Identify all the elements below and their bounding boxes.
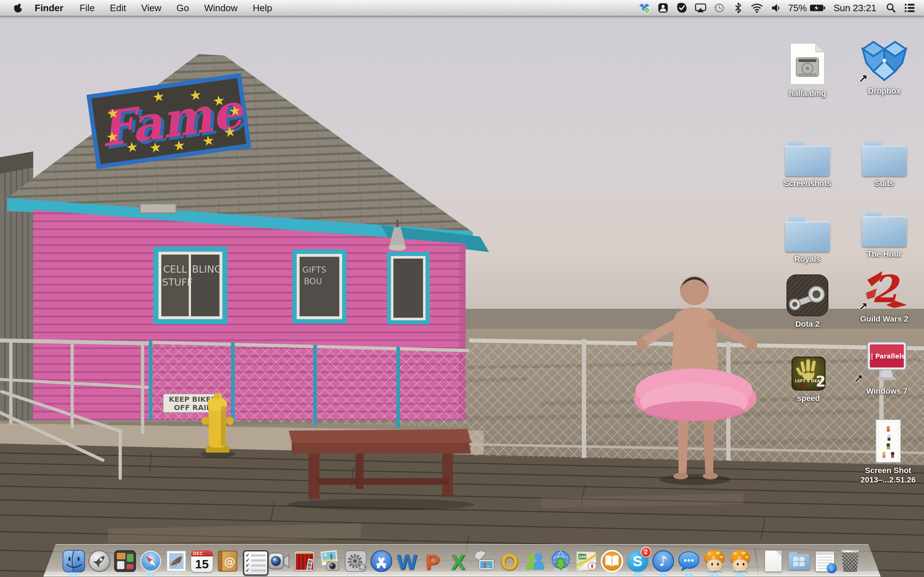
svg-text:★: ★ bbox=[212, 92, 226, 109]
svg-text:★: ★ bbox=[106, 105, 120, 122]
ibooks-icon bbox=[601, 550, 624, 573]
desktop-icon-label: Screenshots bbox=[777, 179, 838, 188]
svg-text:★: ★ bbox=[228, 102, 242, 119]
word-icon: W bbox=[396, 550, 419, 573]
dock-launchpad[interactable] bbox=[88, 550, 111, 573]
desktop-icon-dota2[interactable]: Dota 2 bbox=[777, 272, 838, 329]
dock-divider bbox=[754, 548, 759, 573]
running-indicator bbox=[635, 574, 641, 576]
dock-contacts[interactable]: @ bbox=[216, 550, 239, 573]
desktop[interactable]: Fame Fame ★★★ ★★★ ★★★ ★★ CELL STUFF BL bbox=[0, 16, 924, 577]
menu-view[interactable]: View bbox=[134, 0, 169, 16]
menu-window[interactable]: Window bbox=[197, 0, 245, 16]
wifi-icon[interactable] bbox=[749, 0, 765, 16]
desktop-icon-suits[interactable]: Suits bbox=[854, 132, 915, 188]
dock-mail[interactable] bbox=[165, 550, 188, 573]
dock-dashboard[interactable] bbox=[114, 550, 137, 573]
desktop-icon-the-hour[interactable]: The Hour bbox=[854, 203, 915, 259]
apple-menu[interactable] bbox=[11, 3, 25, 13]
menu-edit[interactable]: Edit bbox=[102, 0, 134, 16]
desktop-icon-windows7[interactable]: || Parallels ↗ Windows 7 bbox=[856, 340, 918, 396]
dock-skype[interactable]: S 2 bbox=[626, 550, 649, 573]
dock-powerpoint[interactable]: P bbox=[421, 550, 444, 573]
maplestory-label: MapleStory bbox=[703, 569, 726, 572]
dock-documents-stack[interactable] bbox=[762, 550, 785, 573]
dock-messages[interactable] bbox=[677, 550, 701, 573]
dropbox-icon bbox=[861, 40, 908, 84]
dock-messenger[interactable] bbox=[524, 550, 547, 573]
desktop-icon-screenshot-file[interactable]: Screen Shot 2013–...2.51.26 bbox=[858, 419, 918, 485]
rail-sign-line2: OFF RAIL bbox=[174, 403, 211, 412]
steam-icon bbox=[786, 274, 829, 317]
dropbox-status-icon[interactable] bbox=[636, 0, 652, 16]
itunes-mini-icon: ♪ bbox=[827, 563, 837, 574]
dock-itunes[interactable]: ♪ bbox=[652, 550, 675, 573]
shop-window-2: GIFTS BOU bbox=[292, 250, 347, 324]
svg-text:★: ★ bbox=[188, 87, 203, 104]
folder-icon bbox=[862, 212, 907, 247]
volume-icon[interactable] bbox=[768, 0, 783, 16]
dock-calendar[interactable]: DEC 15 bbox=[191, 550, 214, 573]
dock-maplestory-2[interactable]: MapleStory bbox=[729, 550, 752, 573]
alias-arrow-icon: ↗ bbox=[859, 300, 868, 312]
spotlight-icon[interactable] bbox=[883, 0, 899, 16]
desktop-icon-label: Dropbox bbox=[854, 87, 915, 96]
photo-booth-icon bbox=[293, 550, 316, 573]
dock-windows-folder[interactable] bbox=[788, 550, 811, 573]
gw2-number: 2 bbox=[872, 268, 901, 311]
desktop-icon-dropbox[interactable]: ↗ Dropbox bbox=[854, 40, 915, 96]
itunes-icon: ♪ bbox=[652, 550, 675, 573]
excel-icon: X bbox=[447, 550, 470, 573]
dock-outlook[interactable]: O bbox=[498, 550, 521, 573]
checkmark-status-icon[interactable] bbox=[674, 0, 690, 16]
menu-clock[interactable]: Sun 23:21 bbox=[830, 3, 880, 14]
battery-indicator[interactable]: 75% bbox=[787, 3, 827, 14]
dock-system-preferences[interactable] bbox=[344, 550, 367, 573]
mail-stamp-icon bbox=[165, 550, 188, 573]
windows-folder-icon bbox=[789, 552, 809, 570]
desktop-icon-speed[interactable]: LEFT 4 DEAD 2 speed bbox=[780, 347, 837, 403]
dock-photo-booth[interactable] bbox=[293, 550, 316, 573]
dock-remote-desktop[interactable] bbox=[472, 550, 496, 573]
dock-maplestory[interactable]: MapleStory bbox=[703, 550, 726, 573]
messages-icon bbox=[677, 550, 701, 573]
desktop-icon-screenshots[interactable]: Screenshots bbox=[777, 132, 838, 188]
dock-iphoto[interactable] bbox=[319, 550, 342, 573]
menu-file[interactable]: File bbox=[72, 0, 102, 16]
bluetooth-icon[interactable] bbox=[730, 0, 746, 16]
battery-percent: 75% bbox=[788, 3, 807, 14]
iphoto-icon bbox=[319, 550, 342, 573]
dock-ibooks[interactable] bbox=[601, 550, 624, 573]
dock-maps[interactable]: 280 bbox=[575, 550, 598, 573]
dock-trash[interactable] bbox=[839, 550, 862, 573]
svg-text:★: ★ bbox=[125, 139, 139, 156]
desktop-icon-guild-wars-2[interactable]: 2 ↗ Guild Wars 2 bbox=[854, 268, 915, 324]
menu-app-name[interactable]: Finder bbox=[25, 0, 72, 16]
desktop-icon-halla-dmg[interactable]: halla.dmg bbox=[777, 42, 838, 98]
dock-reminders[interactable]: ✓ ✓ ✓ ✓ bbox=[242, 550, 265, 573]
skype-badge: 2 bbox=[641, 547, 651, 558]
svg-text:★: ★ bbox=[105, 128, 120, 145]
window-text-gifts: GIFTS bbox=[302, 265, 326, 274]
dock-download-manager[interactable] bbox=[549, 550, 572, 573]
running-indicator bbox=[711, 574, 718, 576]
dock-safari[interactable] bbox=[139, 550, 162, 573]
time-machine-icon[interactable] bbox=[711, 0, 727, 16]
desktop-icon-royals[interactable]: Royals bbox=[777, 208, 838, 264]
notification-center-icon[interactable] bbox=[901, 0, 918, 16]
dock-app-store[interactable] bbox=[370, 550, 393, 573]
battery-icon bbox=[809, 3, 825, 12]
menu-go[interactable]: Go bbox=[169, 0, 197, 16]
menu-help[interactable]: Help bbox=[245, 0, 279, 16]
desktop-icon-label: Guild Wars 2 bbox=[854, 314, 915, 324]
dock-itunes-window-stack[interactable]: ♪ bbox=[813, 550, 836, 573]
remote-desktop-icon bbox=[472, 550, 496, 573]
left4dead2-icon: LEFT 4 DEAD 2 bbox=[791, 356, 826, 391]
dock-word[interactable]: W bbox=[396, 550, 419, 573]
airplay-icon[interactable] bbox=[693, 0, 709, 16]
user-status-icon[interactable] bbox=[655, 0, 671, 16]
dock-excel[interactable]: X bbox=[447, 550, 470, 573]
dock-facetime[interactable] bbox=[267, 550, 291, 573]
dock-finder[interactable] bbox=[63, 550, 86, 573]
globe-download-icon bbox=[549, 550, 572, 573]
